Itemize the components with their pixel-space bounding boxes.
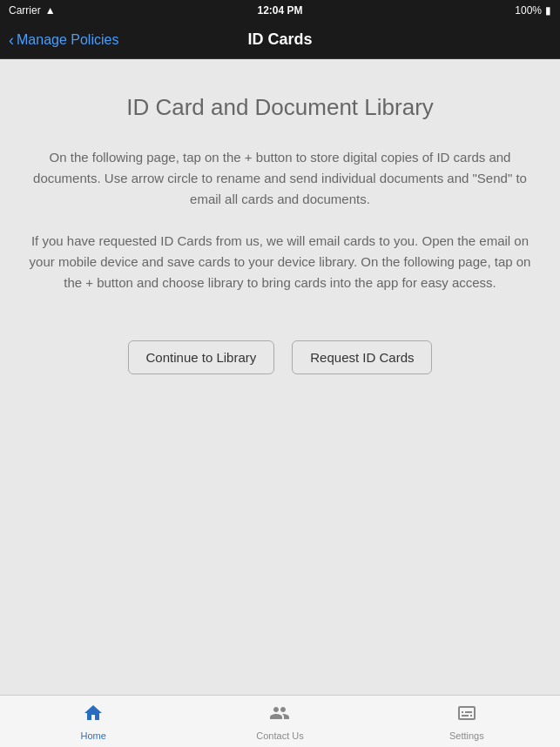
battery-icon: ▮ (545, 4, 551, 17)
status-bar: Carrier ▲ 12:04 PM 100% ▮ (0, 0, 560, 21)
status-left: Carrier ▲ (9, 4, 56, 17)
request-id-cards-button[interactable]: Request ID Cards (292, 340, 432, 374)
buttons-row: Continue to Library Request ID Cards (128, 340, 433, 374)
tab-contact-label: Contact Us (256, 730, 303, 741)
home-icon (83, 703, 104, 729)
tab-home-label: Home (80, 730, 105, 741)
chevron-left-icon: ‹ (9, 32, 14, 48)
page-title: ID Card and Document Library (126, 94, 434, 121)
tab-settings[interactable]: Settings (374, 703, 560, 741)
back-button[interactable]: ‹ Manage Policies (9, 32, 118, 48)
status-right: 100% ▮ (515, 4, 551, 17)
back-label: Manage Policies (17, 32, 118, 48)
contact-icon (269, 703, 290, 729)
tab-contact[interactable]: Contact Us (186, 703, 373, 741)
continue-to-library-button[interactable]: Continue to Library (128, 340, 275, 374)
description-1: On the following page, tap on the + butt… (19, 147, 542, 210)
battery-label: 100% (515, 4, 542, 17)
carrier-label: Carrier (9, 4, 41, 17)
tab-bar: Home Contact Us Settings (0, 695, 560, 747)
description-2: If you have requested ID Cards from us, … (19, 231, 542, 293)
nav-title: ID Cards (247, 30, 312, 49)
settings-icon (456, 703, 477, 729)
nav-bar: ‹ Manage Policies ID Cards (0, 21, 560, 59)
tab-settings-label: Settings (449, 730, 484, 741)
status-time: 12:04 PM (257, 4, 302, 17)
tab-home[interactable]: Home (0, 703, 186, 741)
wifi-icon: ▲ (45, 4, 56, 17)
main-content: ID Card and Document Library On the foll… (0, 59, 560, 695)
